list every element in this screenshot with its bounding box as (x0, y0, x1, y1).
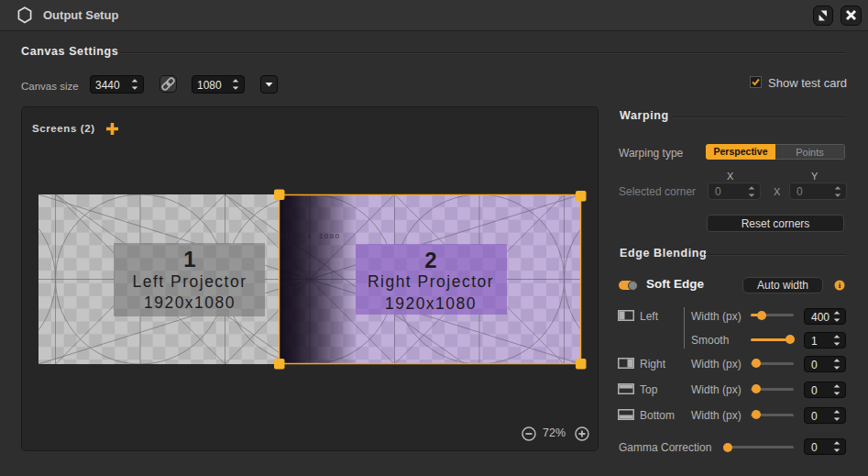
svg-text:3440 x 1080: 3440 x 1080 (280, 232, 341, 240)
svg-text:1920x1080: 1920x1080 (385, 294, 477, 313)
svg-text:Right Projector: Right Projector (368, 272, 494, 291)
svg-text:Left Projector: Left Projector (132, 272, 247, 291)
svg-text:1920x1080: 1920x1080 (144, 293, 236, 312)
svg-text:2: 2 (424, 248, 436, 272)
svg-text:1: 1 (183, 247, 195, 271)
